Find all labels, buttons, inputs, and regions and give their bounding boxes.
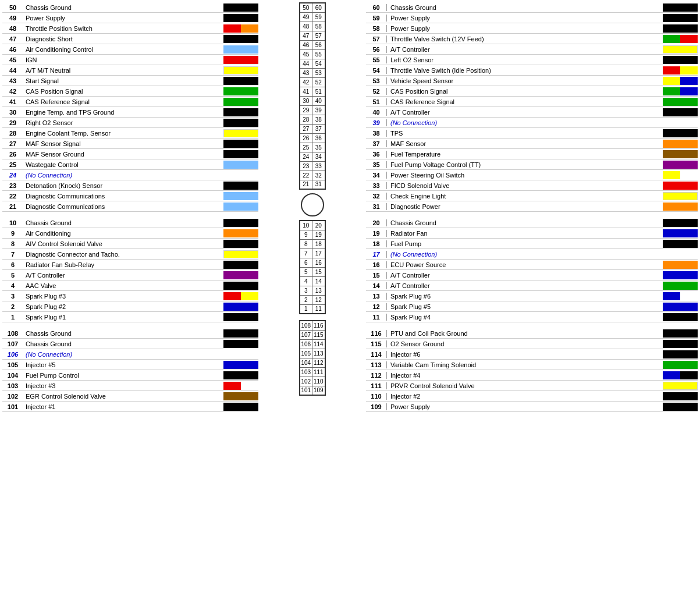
color-swatch-45 <box>223 56 258 64</box>
pin-label-49: Power Supply <box>23 15 223 22</box>
pin-row-left-9: Air Conditioning 9 <box>2 228 258 239</box>
pin-label-5: A/T Controller <box>23 272 223 279</box>
pin-label-104: Fuel Pump Control <box>23 372 223 379</box>
connector-wrap: 5060495948584757465645554454435342524151… <box>299 2 326 396</box>
color-swatch-right-114 <box>663 350 698 358</box>
pin-number-right-38: 38 <box>366 130 387 137</box>
color-swatch-right-35 <box>663 161 698 169</box>
pin-label-right-35: Fuel Pump Voltage Control (TT) <box>387 161 663 168</box>
color-swatch-42 <box>223 87 258 95</box>
color-swatch-47 <box>223 35 258 43</box>
pin-row-left-25: Wastegate Control 25 <box>2 159 258 170</box>
pin-row-right-36: 36 Fuel Temperature <box>366 149 698 159</box>
color-swatch-right-51 <box>663 98 698 106</box>
pin-row-left-50: Chassis Ground 50 <box>2 2 258 13</box>
pin-row-right-32: 32 Check Engine Light <box>366 191 698 201</box>
color-swatch-50 <box>223 3 258 12</box>
color-swatch-4 <box>223 282 258 290</box>
color-swatch-6 <box>223 261 258 269</box>
pin-number-45: 45 <box>2 56 23 63</box>
pin-number-right-56: 56 <box>366 46 387 53</box>
pin-row-right-11: 11 Spark Plug #4 <box>366 312 698 322</box>
pin-row-left-30: Engine Temp. and TPS Ground 30 <box>2 107 258 118</box>
pin-row-right-54: 54 Throttle Valve Switch (Idle Position) <box>366 65 698 76</box>
pin-number-42: 42 <box>2 88 23 95</box>
color-swatch-27 <box>223 140 258 148</box>
pin-row-right-13: 13 Spark Plug #6 <box>366 291 698 301</box>
pin-number-25: 25 <box>2 161 23 168</box>
pin-label-right-37: MAF Sensor <box>387 140 663 147</box>
pin-row-right-19: 19 Radiator Fan <box>366 228 698 239</box>
pin-number-41: 41 <box>2 98 23 105</box>
pin-row-left-7: Diagnostic Connector and Tacho. 7 <box>2 249 258 260</box>
color-swatch-30 <box>223 108 258 116</box>
color-swatch-right-58 <box>663 24 698 33</box>
pin-number-49: 49 <box>2 15 23 22</box>
pin-number-right-55: 55 <box>366 56 387 63</box>
pin-number-105: 105 <box>2 361 23 368</box>
pin-row-left-105: Injector #5 105 <box>2 360 258 370</box>
pin-number-right-33: 33 <box>366 182 387 189</box>
pin-label-right-59: Power Supply <box>387 15 663 22</box>
color-swatch-right-52 <box>663 87 698 95</box>
color-swatch-21 <box>223 203 258 211</box>
pin-label-28: Engine Coolant Temp. Sensor <box>23 130 223 137</box>
pin-label-right-19: Radiator Fan <box>387 230 663 237</box>
pin-label-right-58: Power Supply <box>387 25 663 32</box>
pin-row-left-46: Air Conditioning Control 46 <box>2 44 258 55</box>
pin-label-right-33: FICD Solenoid Valve <box>387 182 663 189</box>
pin-label-102: EGR Control Solenoid Valve <box>23 393 223 400</box>
pin-number-right-59: 59 <box>366 15 387 22</box>
pin-row-left-23: Detonation (Knock) Sensor 23 <box>2 180 258 191</box>
pin-row-right-37: 37 MAF Sensor <box>366 139 698 149</box>
pin-label-25: Wastegate Control <box>23 161 223 168</box>
pin-number-24: 24 <box>2 172 23 179</box>
pin-row-left-22: Diagnostic Communications 22 <box>2 191 258 201</box>
color-swatch-104 <box>223 371 258 379</box>
pin-row-right-114: 114 Injector #6 <box>366 349 698 360</box>
pin-number-right-14: 14 <box>366 282 387 289</box>
pin-label-right-32: Check Engine Light <box>387 193 663 200</box>
pin-number-right-34: 34 <box>366 172 387 179</box>
pin-label-right-11: Spark Plug #4 <box>387 314 663 321</box>
pin-number-right-115: 115 <box>366 340 387 347</box>
pin-number-right-110: 110 <box>366 393 387 400</box>
pin-row-right-56: 56 A/T Controller <box>366 44 698 55</box>
pin-number-right-60: 60 <box>366 4 387 11</box>
pin-row-left-1: Spark Plug #1 1 <box>2 312 258 322</box>
pin-number-104: 104 <box>2 372 23 379</box>
pin-number-10: 10 <box>2 219 23 226</box>
pin-number-28: 28 <box>2 130 23 137</box>
pin-number-29: 29 <box>2 119 23 126</box>
pin-label-right-17: (No Connection) <box>387 251 663 258</box>
pin-row-right-38: 38 TPS <box>366 128 698 139</box>
pin-number-right-36: 36 <box>366 151 387 158</box>
pin-number-101: 101 <box>2 403 23 410</box>
pin-row-right-58: 58 Power Supply <box>366 23 698 34</box>
pin-label-right-18: Fuel Pump <box>387 240 663 247</box>
right-section2: 20 Chassis Ground 19 Radiator Fan 18 Fue… <box>366 218 698 322</box>
color-swatch-23 <box>223 182 258 190</box>
pin-label-42: CAS Position Signal <box>23 88 223 95</box>
pin-label-right-31: Diagnostic Power <box>387 203 663 210</box>
pin-number-right-12: 12 <box>366 303 387 310</box>
pin-number-right-54: 54 <box>366 67 387 74</box>
pin-number-1: 1 <box>2 314 23 321</box>
pin-number-107: 107 <box>2 340 23 347</box>
pin-row-right-57: 57 Throttle Valve Switch (12V Feed) <box>366 34 698 44</box>
pin-row-right-109: 109 Power Supply <box>366 402 698 412</box>
color-swatch-right-36 <box>663 150 698 158</box>
pin-number-right-114: 114 <box>366 351 387 358</box>
connector-table-mid: 1020919818717616515414313212111 <box>299 220 326 314</box>
color-swatch-right-38 <box>663 129 698 137</box>
pin-number-right-51: 51 <box>366 98 387 105</box>
color-swatch-right-33 <box>663 182 698 190</box>
color-swatch-49 <box>223 14 258 22</box>
pin-label-right-15: A/T Controller <box>387 272 663 279</box>
pin-number-44: 44 <box>2 67 23 74</box>
color-swatch-1 <box>223 313 258 321</box>
pin-number-46: 46 <box>2 46 23 53</box>
pin-row-left-107: Chassis Ground 107 <box>2 339 258 349</box>
pin-number-right-112: 112 <box>366 372 387 379</box>
pin-label-right-115: O2 Sensor Ground <box>387 340 663 347</box>
